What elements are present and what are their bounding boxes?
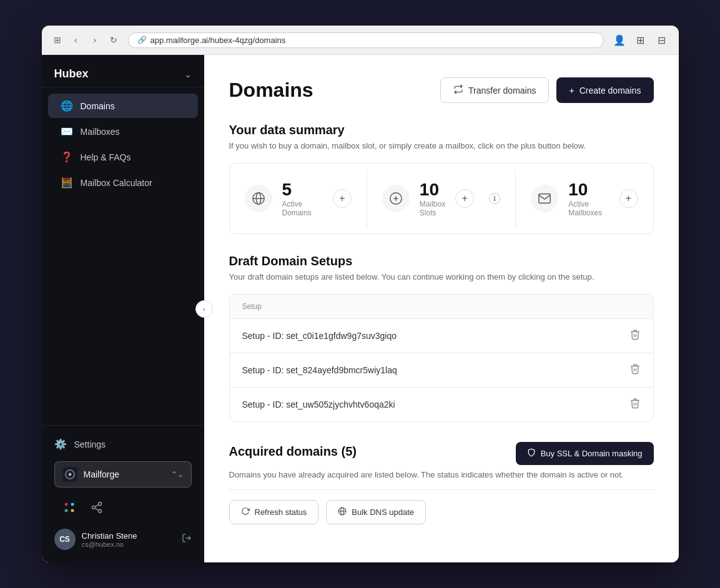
summary-item-mailboxes: 10 ActiveMailboxes + (516, 170, 653, 227)
transfer-domains-label: Transfer domains (468, 86, 536, 96)
summary-mailboxes-text: 10 ActiveMailboxes (568, 180, 609, 217)
summary-title: Your data summary (229, 123, 654, 137)
sidebar: Hubex ⌄ ‹ 🌐 Domains ✉️ Mailboxes ❓ Help … (42, 55, 204, 562)
setups-table-header: Setup (230, 295, 653, 319)
draft-setups-section: Draft Domain Setups Your draft domain se… (229, 254, 654, 422)
slots-info-icon[interactable]: ℹ (489, 193, 500, 204)
sidebar-item-domains-label: Domains (81, 101, 115, 111)
acquired-title-group: Acquired domains (5) (229, 444, 357, 463)
sidebar-collapse-btn[interactable]: ‹ (195, 300, 213, 318)
svg-point-5 (98, 502, 101, 506)
svg-rect-1 (64, 503, 67, 506)
profile-btn[interactable]: 👤 (611, 32, 628, 48)
shield-icon (527, 448, 536, 459)
refresh-status-button[interactable]: Refresh status (229, 500, 319, 524)
acquired-header: Acquired domains (5) Buy SSL & Domain ma… (229, 442, 654, 465)
dns-icon (338, 507, 347, 517)
acquired-domains-section: Acquired domains (5) Buy SSL & Domain ma… (229, 442, 654, 524)
plus-icon: + (569, 86, 574, 96)
active-mailboxes-label: ActiveMailboxes (568, 200, 609, 217)
delete-setup-3-icon[interactable] (629, 398, 641, 411)
sidebar-nav: 🌐 Domains ✉️ Mailboxes ❓ Help & FAQs 🧮 M… (42, 92, 204, 196)
refresh-status-label: Refresh status (255, 507, 307, 517)
mailbox-icon: ✉️ (61, 125, 73, 137)
summary-description: If you wish to buy a domain, mailbox slo… (229, 141, 654, 150)
create-domains-label: Create domains (579, 86, 641, 96)
sidebar-toggle-btn[interactable]: ⊞ (51, 33, 64, 47)
create-domains-button[interactable]: + Create domains (556, 77, 653, 103)
bulk-dns-button[interactable]: Bulk DNS update (326, 500, 426, 524)
sidebar-item-mailboxes-label: Mailboxes (81, 127, 120, 137)
svg-point-7 (98, 509, 101, 512)
lock-icon: 🔗 (137, 36, 147, 44)
svg-point-6 (92, 506, 95, 509)
header-actions: Transfer domains + Create domains (440, 77, 653, 103)
setup-row[interactable]: Setup - ID: set_uw505zjychvhtv6oqa2ki (230, 388, 653, 421)
workspace-selector-name: Mailforge (84, 469, 165, 479)
main-content: Domains Transfer domains (204, 55, 679, 562)
active-domains-label: ActiveDomains (282, 200, 323, 217)
svg-rect-2 (71, 503, 74, 506)
transfer-icon (453, 84, 463, 96)
draft-setups-title: Draft Domain Setups (229, 254, 654, 268)
setup-row[interactable]: Setup - ID: set_824ayefd9bmcr5wiy1laq (230, 353, 653, 388)
workspace-selector[interactable]: Mailforge ⌃⌄ (54, 461, 192, 488)
extensions-btn[interactable]: ⊞ (633, 32, 649, 48)
sidebar-settings-label: Settings (74, 439, 106, 449)
mailboxes-summary-icon (531, 185, 558, 212)
forward-btn[interactable]: › (88, 33, 102, 47)
address-bar[interactable]: 🔗 app.mailforge.ai/hubex-4qzg/domains (128, 32, 604, 48)
data-summary-section: Your data summary If you wish to buy a d… (229, 123, 654, 234)
slack-icon[interactable] (61, 499, 78, 516)
user-profile[interactable]: CS Christian Stene cs@hubex.no (48, 522, 198, 556)
settings-icon: ⚙️ (54, 438, 67, 450)
sidebar-item-mailboxes[interactable]: ✉️ Mailboxes (48, 119, 198, 144)
summary-card: 5 ActiveDomains + (229, 163, 654, 234)
add-domains-button[interactable]: + (333, 189, 352, 208)
sidebar-item-calculator-label: Mailbox Calculator (81, 178, 152, 188)
help-icon: ❓ (61, 151, 73, 163)
browser-actions: 👤 ⊞ ⊟ (611, 32, 670, 48)
summary-slots-text: 10 MailboxSlots (420, 180, 445, 217)
reload-btn[interactable]: ↻ (107, 33, 121, 47)
sidebar-item-settings[interactable]: ⚙️ Settings (48, 432, 198, 456)
calculator-icon: 🧮 (61, 177, 73, 189)
add-mailboxes-button[interactable]: + (619, 189, 638, 208)
browser-chrome: ⊞ ‹ › ↻ 🔗 app.mailforge.ai/hubex-4qzg/do… (42, 26, 679, 55)
setup-row-label: Setup - ID: set_824ayefd9bmcr5wiy1laq (242, 365, 397, 375)
svg-rect-4 (71, 509, 74, 512)
sidebar-item-calculator[interactable]: 🧮 Mailbox Calculator (48, 170, 198, 195)
domains-actions: Refresh status Bulk DNS update (229, 489, 654, 524)
workspace-chevron-icon: ⌄ (184, 69, 192, 79)
refresh-icon (241, 507, 250, 517)
user-name: Christian Stene (82, 531, 175, 541)
summary-item-domains: 5 ActiveDomains + (230, 170, 367, 227)
back-btn[interactable]: ‹ (69, 33, 83, 47)
buy-ssl-button[interactable]: Buy SSL & Domain masking (516, 442, 654, 465)
share-icon[interactable] (88, 499, 106, 516)
app-container: Hubex ⌄ ‹ 🌐 Domains ✉️ Mailboxes ❓ Help … (42, 55, 679, 562)
mailbox-slots-label: MailboxSlots (420, 200, 445, 217)
sidebar-item-domains[interactable]: 🌐 Domains (48, 94, 198, 118)
setup-row[interactable]: Setup - ID: set_c0i1e1gfdw9g7suv3giqo (230, 319, 653, 353)
summary-domains-text: 5 ActiveDomains (282, 180, 323, 217)
setup-row-label: Setup - ID: set_c0i1e1gfdw9g7suv3giqo (242, 331, 397, 341)
acquired-domains-title: Acquired domains (5) (229, 444, 357, 459)
bulk-dns-label: Bulk DNS update (352, 507, 414, 517)
page-header: Domains Transfer domains (229, 77, 654, 103)
browser-controls: ⊞ ‹ › ↻ (51, 33, 121, 47)
transfer-domains-button[interactable]: Transfer domains (440, 77, 549, 103)
globe-icon: 🌐 (61, 100, 73, 112)
setups-table: Setup Setup - ID: set_c0i1e1gfdw9g7suv3g… (229, 294, 654, 422)
sidebar-header: Hubex ⌄ (42, 55, 204, 87)
split-view-btn[interactable]: ⊟ (654, 32, 670, 48)
logout-icon (182, 533, 192, 546)
buy-ssl-label: Buy SSL & Domain masking (541, 449, 643, 458)
add-slots-button[interactable]: + (455, 189, 474, 208)
avatar: CS (54, 529, 76, 550)
delete-setup-2-icon[interactable] (629, 363, 641, 377)
domains-summary-icon (245, 185, 272, 212)
active-domains-number: 5 (282, 180, 323, 200)
delete-setup-1-icon[interactable] (629, 329, 641, 343)
sidebar-item-help[interactable]: ❓ Help & FAQs (48, 145, 198, 169)
